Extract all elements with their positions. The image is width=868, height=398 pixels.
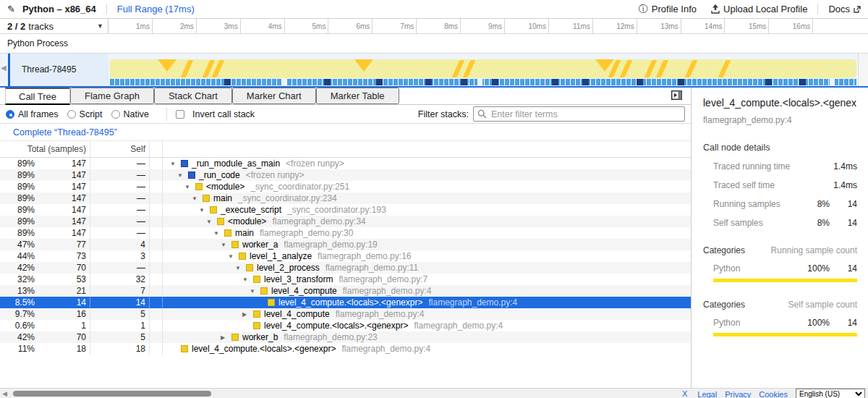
calltree-row[interactable]: 89%147—▼_run_module_as_main<frozen runpy… [0,158,691,169]
sample-block-dark [637,79,643,85]
tab-stack-chart[interactable]: Stack Chart [154,88,232,104]
sample-block-dark [765,79,772,85]
calltree-row[interactable]: 89%147—▼mainflamegraph_demo.py:30 [0,227,691,239]
thread-track[interactable]: ◀ Thread-78495 [0,54,868,86]
marker-triangle [354,59,373,72]
calltree-row[interactable]: 89%147—▼_execute_script_sync_coordinator… [0,204,691,216]
expander-open-icon[interactable]: ▼ [199,207,210,213]
sidebar-toggle-button[interactable] [671,90,682,100]
cell-total: 0.6%1 [0,320,90,331]
expander-open-icon[interactable]: ▼ [221,242,231,248]
expander-open-icon[interactable]: ▼ [250,288,260,295]
tab-marker-chart[interactable]: Marker Chart [232,88,316,104]
sample-block-dark [492,79,498,85]
column-total-samples[interactable]: Total (samples) [0,141,90,157]
cell-total: 89%147 [0,227,90,239]
complete-thread-link[interactable]: Complete “Thread-78495” [13,127,117,137]
calltree-row[interactable]: 89%147—▼<module>_sync_coordinator.py:251 [0,181,691,192]
cell-self: 7 [90,285,150,297]
ruler-ticks[interactable]: 1ms2ms3ms4ms5ms6ms7ms8ms9ms10ms11ms12ms1… [109,19,868,33]
cell-total: 89%147 [0,169,90,181]
calltree-row[interactable]: 42%705▶worker_bflamegraph_demo.py:23 [0,331,691,343]
chevron-down-icon[interactable]: ▼ [97,22,103,30]
track-sample-strip[interactable] [110,79,856,85]
process-track-header[interactable]: Python Process [0,34,868,54]
thread-track-label[interactable]: Thread-78495 [8,54,109,86]
calltree-row[interactable]: 89%147—▼main_sync_coordinator.py:234 [0,192,691,204]
cell-tree: ▼mainflamegraph_demo.py:30 [163,227,691,239]
calltree-row[interactable]: 89%147—▼<module>flamegraph_demo.py:34 [0,216,691,227]
privacy-link[interactable]: Privacy [725,390,751,398]
cell-gap [150,285,163,297]
invert-call-stack-checkbox[interactable]: Invert call stack [176,109,255,119]
cell-gap [150,274,163,285]
track-right-gutter [858,54,868,86]
thread-track-canvas[interactable] [110,54,858,86]
radio-all-frames[interactable]: All frames [6,109,59,119]
cell-tree: ▼level_3_transformflamegraph_demo.py:7 [163,274,691,285]
expander-open-icon[interactable]: ▼ [177,172,188,179]
ruler-tick: 2ms [153,19,197,33]
calltree-row[interactable]: 8.5%1414level_4_compute.<locals>.<genexp… [0,297,691,308]
ruler-tick: 7ms [373,19,417,33]
expander-closed-icon[interactable]: ▶ [221,334,231,341]
cell-tree: ▼<module>flamegraph_demo.py:34 [163,216,691,227]
filter-stacks-input[interactable] [473,106,685,122]
upload-profile-button[interactable]: Upload Local Profile [711,4,807,14]
cell-gap [150,169,163,181]
tab-call-tree[interactable]: Call Tree [5,88,70,105]
category-square-icon [253,322,260,329]
cookies-link[interactable]: Cookies [759,390,788,398]
cell-total: 89%147 [0,216,90,227]
ruler-tick: 4ms [241,19,285,33]
expander-open-icon[interactable]: ▼ [228,253,239,260]
tracks-dropdown[interactable]: 2 / 2 tracks ▼ [0,19,109,33]
expander-open-icon[interactable]: ▼ [213,230,224,237]
horizontal-scrollbar-thumb[interactable] [13,391,211,397]
tab-marker-table[interactable]: Marker Table [316,88,399,104]
expander-open-icon[interactable]: ▼ [170,161,181,167]
radio-script[interactable]: Script [67,109,103,119]
column-self[interactable]: Self [90,141,150,157]
cell-self: 5 [90,331,150,343]
sample-block-dark [678,79,684,85]
calltree-row[interactable]: 9.7%165▶level_4_computeflamegraph_demo.p… [0,308,691,320]
cell-tree: level_4_compute.<locals>.<genexpr>flameg… [163,297,691,308]
expander-closed-icon[interactable]: ▶ [242,311,253,318]
sidebar-node-title: level_4_compute.<locals>.<genex… [703,97,857,109]
marker-slash [452,60,465,77]
profile-info-button[interactable]: ⓘ Profile Info [639,3,697,16]
marker-slash [718,60,731,77]
track-activity-band[interactable] [110,59,856,78]
calltree-row[interactable]: 32%5332▼level_3_transformflamegraph_demo… [0,274,691,285]
calltree-row[interactable]: 0.6%11level_4_compute.<locals>.<genexpr>… [0,320,691,331]
category-square-icon [188,172,195,179]
expander-open-icon[interactable]: ▼ [242,276,253,283]
filter-stacks-label: Filter stacks: [418,109,469,119]
detail-row: Traced running time1.4ms [703,161,857,172]
docs-button[interactable]: Docs [828,4,861,14]
expander-open-icon[interactable]: ▼ [184,184,195,190]
legal-link[interactable]: Legal [697,390,717,398]
radio-icon [67,110,76,119]
scroll-left-icon[interactable]: ◀ [1,64,7,72]
edit-pencil-icon[interactable]: ✎ [7,4,15,14]
calltree-row[interactable]: 44%733▼level_1_analyzeflamegraph_demo.py… [0,250,691,262]
expander-open-icon[interactable]: ▼ [235,265,246,271]
calltree-row[interactable]: 13%217▼level_4_computeflamegraph_demo.py… [0,285,691,297]
expander-open-icon[interactable]: ▼ [206,219,217,225]
tab-flame-graph[interactable]: Flame Graph [70,88,154,104]
language-select[interactable]: English (US) [796,389,865,398]
full-range-button[interactable]: Full Range (17ms) [117,4,195,14]
ruler-tick: 6ms [328,19,373,33]
ruler-tick: 10ms [505,19,549,33]
radio-native[interactable]: Native [111,109,149,119]
calltree-row[interactable]: 42%70—▼level_2_processflamegraph_demo.py… [0,262,691,274]
calltree-row[interactable]: 11%1818level_4_compute.<locals>.<genexpr… [0,343,691,355]
cell-gap [150,331,163,343]
calltree-row[interactable]: 47%774▼worker_aflamegraph_demo.py:19 [0,239,691,250]
close-footer-link[interactable]: X [682,389,687,398]
expander-open-icon[interactable]: ▼ [192,195,203,202]
cell-self: — [90,262,150,274]
calltree-row[interactable]: 89%147—▼_run_code<frozen runpy> [0,169,691,181]
